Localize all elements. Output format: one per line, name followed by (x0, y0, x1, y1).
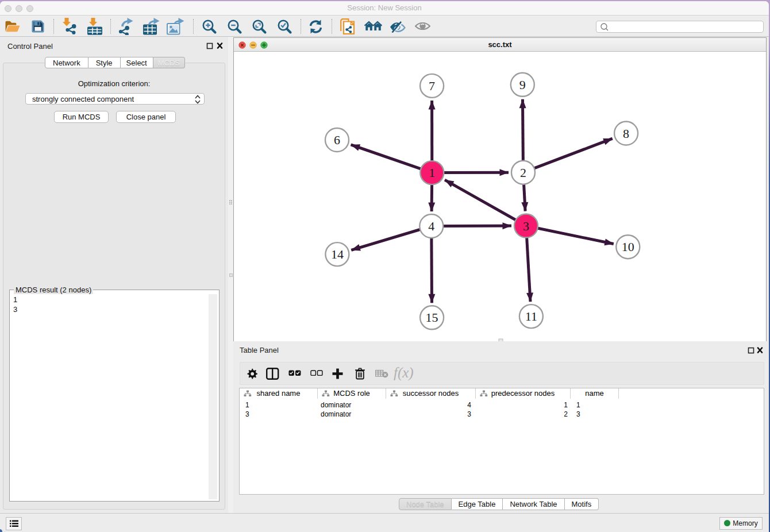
svg-text:1: 1 (429, 165, 435, 180)
svg-text:4: 4 (428, 219, 434, 233)
svg-text:10: 10 (622, 240, 634, 254)
svg-text:15: 15 (426, 310, 438, 325)
svg-text:14: 14 (331, 247, 344, 261)
svg-text:2: 2 (520, 165, 526, 180)
svg-text:11: 11 (525, 309, 537, 323)
svg-text:7: 7 (429, 79, 435, 93)
svg-text:3: 3 (523, 219, 529, 233)
svg-text:9: 9 (519, 78, 526, 92)
svg-text:6: 6 (334, 133, 340, 147)
svg-text:8: 8 (623, 126, 629, 141)
